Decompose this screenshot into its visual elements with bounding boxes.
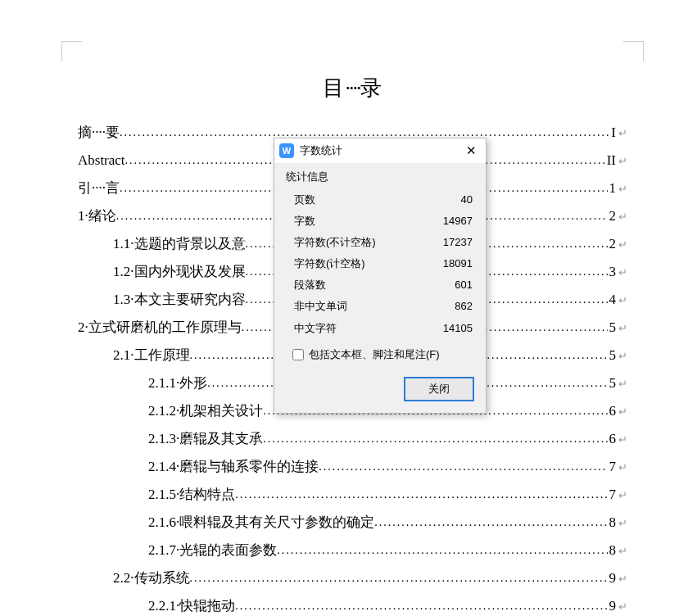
paragraph-mark-icon: ↵: [618, 401, 627, 423]
toc-entry: 2.1.3·磨辊及其支承6↵: [78, 425, 627, 453]
toc-entry-page: 6: [608, 397, 617, 425]
toc-entry-page: 5: [608, 369, 617, 397]
toc-entry-page: 8: [608, 509, 617, 537]
stat-row: 字符数(不计空格)17237: [286, 232, 474, 253]
toc-entry-text: 1.2·国内外现状及发展: [113, 258, 246, 286]
include-textbox-label: 包括文本框、脚注和尾注(F): [309, 347, 440, 362]
corner-mark-top-left: [61, 41, 82, 61]
toc-entry-page: 4: [608, 286, 617, 314]
stats-list: 页数40字数14967字符数(不计空格)17237字符数(计空格)18091段落…: [286, 189, 474, 339]
paragraph-mark-icon: ↵: [618, 457, 627, 478]
toc-entry-page: 7: [608, 453, 617, 481]
stat-row: 字数14967: [286, 211, 474, 232]
paragraph-mark-icon: ↵: [618, 318, 627, 339]
stat-value: 862: [455, 297, 473, 315]
toc-entry-text: 2.2.1·快辊拖动: [148, 592, 235, 616]
title-left: 目: [323, 76, 346, 100]
toc-entry-page: 5: [608, 314, 617, 342]
stat-label: 页数: [294, 191, 315, 209]
stat-row: 非中文单词862: [286, 296, 474, 317]
toc-entry-page: 9: [608, 592, 617, 616]
stat-value: 14105: [443, 319, 473, 337]
stats-section-title: 统计信息: [286, 170, 474, 184]
toc-entry-page: 8: [608, 537, 617, 564]
stat-value: 17237: [443, 233, 473, 251]
app-icon-glyph: W: [283, 146, 291, 156]
stat-label: 中文字符: [294, 319, 337, 337]
close-icon[interactable]: ✕: [463, 143, 479, 159]
toc-entry-text: 1.1·选题的背景以及意: [113, 230, 246, 258]
close-button[interactable]: 关闭: [404, 377, 474, 401]
include-textbox-checkbox-row[interactable]: 包括文本框、脚注和尾注(F): [286, 339, 474, 367]
toc-entry-page: 2: [608, 202, 617, 230]
toc-leader-dots: [235, 483, 607, 506]
paragraph-mark-icon: ↵: [618, 374, 627, 395]
paragraph-mark-icon: ↵: [618, 568, 627, 590]
toc-entry: 2.1.6·喂料辊及其有关尺寸参数的确定8↵: [78, 509, 627, 537]
stat-label: 字符数(不计空格): [294, 233, 376, 251]
paragraph-mark-icon: ↵: [618, 179, 627, 200]
toc-entry-page: II: [605, 147, 616, 174]
toc-leader-dots: [374, 511, 607, 534]
toc-entry-text: 1.3·本文主要研究内容: [113, 286, 246, 314]
toc-leader-dots: [190, 567, 608, 590]
paragraph-mark-icon: ↵: [618, 596, 627, 616]
toc-entry-page: 1: [608, 174, 617, 202]
toc-leader-dots: [263, 428, 607, 451]
toc-entry-page: 9: [608, 564, 617, 592]
paragraph-mark-icon: ↵: [618, 206, 627, 228]
stat-row: 页数40: [286, 189, 474, 211]
paragraph-mark-icon: ↵: [618, 513, 627, 534]
toc-entry-text: 2.2·传动系统: [113, 564, 190, 592]
toc-entry-page: 5: [608, 342, 617, 369]
paragraph-mark-icon: ↵: [618, 541, 627, 562]
toc-leader-dots: [235, 595, 607, 616]
stat-row: 中文字符14105: [286, 318, 474, 339]
toc-entry: 2.2.1·快辊拖动9↵: [78, 592, 627, 616]
dialog-titlebar[interactable]: W 字数统计 ✕: [274, 138, 486, 163]
stat-label: 字数: [294, 212, 315, 230]
toc-entry-text: 引····言: [78, 174, 120, 202]
paragraph-mark-icon: ↵: [618, 346, 627, 367]
paragraph-mark-icon: ↵: [618, 234, 627, 256]
toc-entry-page: 7: [608, 481, 617, 509]
dialog-title: 字数统计: [300, 143, 463, 158]
toc-entry-page: 3: [608, 258, 617, 286]
title-dots: ····: [346, 76, 360, 100]
toc-entry: 2.1.7·光辊的表面参数8↵: [78, 537, 627, 564]
paragraph-mark-icon: ↵: [618, 290, 627, 311]
paragraph-mark-icon: ↵: [618, 123, 627, 144]
toc-leader-dots: [319, 455, 607, 478]
toc-entry-text: 2·立式研磨机的工作原理与: [78, 314, 242, 342]
stat-label: 非中文单词: [294, 297, 347, 315]
toc-entry-text: 2.1.3·磨辊及其支承: [148, 425, 263, 453]
word-count-dialog: W 字数统计 ✕ 统计信息 页数40字数14967字符数(不计空格)17237字…: [274, 138, 487, 414]
toc-entry-page: 2: [608, 230, 617, 258]
toc-entry-text: 2.1.5·结构特点: [148, 481, 235, 509]
toc-entry-text: 1·绪论: [78, 202, 116, 230]
toc-entry-text: Abstract: [78, 147, 125, 174]
page-title: 目····录: [78, 74, 627, 102]
paragraph-mark-icon: ↵: [618, 151, 627, 172]
toc-entry-text: 2.1·工作原理: [113, 342, 190, 369]
dialog-body: 统计信息 页数40字数14967字符数(不计空格)17237字符数(计空格)18…: [274, 163, 486, 370]
toc-entry-text: 2.1.4·磨辊与轴系零件的连接: [148, 453, 319, 481]
toc-entry: 2.1.4·磨辊与轴系零件的连接7↵: [78, 453, 627, 481]
paragraph-mark-icon: ↵: [618, 262, 627, 283]
include-textbox-checkbox[interactable]: [292, 349, 304, 360]
toc-entry-text: 2.1.6·喂料辊及其有关尺寸参数的确定: [148, 509, 374, 537]
stat-value: 18091: [443, 255, 473, 273]
toc-entry-page: I: [609, 119, 616, 147]
toc-entry-text: 摘····要: [78, 119, 120, 147]
corner-mark-top-right: [623, 41, 644, 61]
toc-entry: 2.1.5·结构特点7↵: [78, 481, 627, 509]
stat-label: 字符数(计空格): [294, 255, 365, 273]
stat-value: 14967: [443, 212, 473, 230]
paragraph-mark-icon: ↵: [618, 429, 627, 451]
toc-entry: 2.2·传动系统9↵: [78, 564, 627, 592]
title-right: 录: [360, 76, 383, 100]
app-icon: W: [279, 143, 294, 158]
toc-entry-text: 2.1.1·外形: [148, 369, 207, 397]
toc-entry-text: 2.1.7·光辊的表面参数: [148, 537, 277, 564]
dialog-footer: 关闭: [274, 370, 486, 413]
